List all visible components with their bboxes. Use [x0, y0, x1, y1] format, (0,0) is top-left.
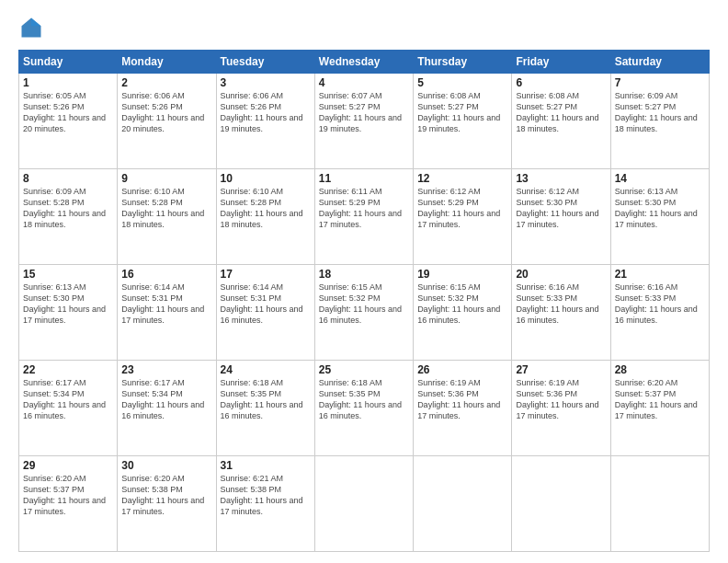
calendar-day: 24Sunrise: 6:18 AMSunset: 5:35 PMDayligh… [216, 361, 314, 456]
calendar-day: 20Sunrise: 6:16 AMSunset: 5:33 PMDayligh… [512, 265, 610, 361]
day-info: Sunrise: 6:20 AMSunset: 5:37 PMDaylight:… [615, 377, 705, 422]
day-number: 25 [319, 363, 409, 376]
day-info: Sunrise: 6:05 AMSunset: 5:26 PMDaylight:… [23, 90, 113, 135]
calendar-day: 27Sunrise: 6:19 AMSunset: 5:36 PMDayligh… [512, 361, 610, 456]
day-number: 19 [417, 268, 507, 281]
day-number: 27 [516, 363, 606, 376]
calendar-day: 23Sunrise: 6:17 AMSunset: 5:34 PMDayligh… [118, 361, 216, 456]
day-number: 8 [23, 172, 113, 185]
calendar-week-row: 1Sunrise: 6:05 AMSunset: 5:26 PMDaylight… [19, 74, 710, 169]
day-info: Sunrise: 6:17 AMSunset: 5:34 PMDaylight:… [23, 377, 113, 422]
day-number: 26 [417, 363, 507, 376]
day-info: Sunrise: 6:09 AMSunset: 5:28 PMDaylight:… [23, 186, 113, 231]
day-info: Sunrise: 6:14 AMSunset: 5:31 PMDaylight:… [221, 282, 311, 327]
day-info: Sunrise: 6:18 AMSunset: 5:35 PMDaylight:… [221, 377, 311, 422]
calendar-day: 31Sunrise: 6:21 AMSunset: 5:38 PMDayligh… [216, 456, 314, 552]
day-info: Sunrise: 6:08 AMSunset: 5:27 PMDaylight:… [516, 90, 606, 135]
calendar-table: SundayMondayTuesdayWednesdayThursdayFrid… [18, 50, 710, 552]
day-info: Sunrise: 6:20 AMSunset: 5:37 PMDaylight:… [23, 473, 113, 518]
calendar-day: 8Sunrise: 6:09 AMSunset: 5:28 PMDaylight… [19, 169, 118, 265]
calendar-day: 1Sunrise: 6:05 AMSunset: 5:26 PMDaylight… [19, 74, 118, 169]
day-info: Sunrise: 6:10 AMSunset: 5:28 PMDaylight:… [221, 186, 311, 231]
calendar-day [414, 456, 512, 552]
day-number: 1 [23, 76, 113, 89]
day-number: 12 [417, 172, 507, 185]
day-info: Sunrise: 6:15 AMSunset: 5:32 PMDaylight:… [417, 282, 507, 327]
calendar-day: 17Sunrise: 6:14 AMSunset: 5:31 PMDayligh… [216, 265, 314, 361]
col-header-sunday: Sunday [19, 51, 118, 74]
day-number: 16 [121, 268, 211, 281]
day-number: 15 [23, 268, 113, 281]
calendar-day: 25Sunrise: 6:18 AMSunset: 5:35 PMDayligh… [314, 361, 413, 456]
day-number: 4 [319, 76, 409, 89]
day-number: 6 [516, 76, 606, 89]
day-info: Sunrise: 6:19 AMSunset: 5:36 PMDaylight:… [516, 377, 606, 422]
calendar-header-row: SundayMondayTuesdayWednesdayThursdayFrid… [19, 51, 710, 74]
calendar-day: 30Sunrise: 6:20 AMSunset: 5:38 PMDayligh… [118, 456, 216, 552]
calendar-day: 10Sunrise: 6:10 AMSunset: 5:28 PMDayligh… [216, 169, 314, 265]
calendar-day: 11Sunrise: 6:11 AMSunset: 5:29 PMDayligh… [314, 169, 413, 265]
calendar-day: 15Sunrise: 6:13 AMSunset: 5:30 PMDayligh… [19, 265, 118, 361]
day-number: 9 [121, 172, 211, 185]
calendar-day: 12Sunrise: 6:12 AMSunset: 5:29 PMDayligh… [414, 169, 512, 265]
day-number: 3 [221, 76, 311, 89]
day-number: 21 [615, 268, 705, 281]
col-header-friday: Friday [512, 51, 610, 74]
day-number: 2 [121, 76, 211, 89]
day-info: Sunrise: 6:19 AMSunset: 5:36 PMDaylight:… [417, 377, 507, 422]
calendar-day: 21Sunrise: 6:16 AMSunset: 5:33 PMDayligh… [610, 265, 709, 361]
day-number: 23 [121, 363, 211, 376]
day-number: 24 [221, 363, 311, 376]
day-number: 28 [615, 363, 705, 376]
calendar-day: 2Sunrise: 6:06 AMSunset: 5:26 PMDaylight… [118, 74, 216, 169]
calendar-day: 19Sunrise: 6:15 AMSunset: 5:32 PMDayligh… [414, 265, 512, 361]
day-number: 7 [615, 76, 705, 89]
calendar-day: 26Sunrise: 6:19 AMSunset: 5:36 PMDayligh… [414, 361, 512, 456]
col-header-monday: Monday [118, 51, 216, 74]
calendar-day: 5Sunrise: 6:08 AMSunset: 5:27 PMDaylight… [414, 74, 512, 169]
day-info: Sunrise: 6:12 AMSunset: 5:29 PMDaylight:… [417, 186, 507, 231]
col-header-saturday: Saturday [610, 51, 709, 74]
day-info: Sunrise: 6:10 AMSunset: 5:28 PMDaylight:… [121, 186, 211, 231]
day-number: 29 [23, 459, 113, 472]
calendar-day: 22Sunrise: 6:17 AMSunset: 5:34 PMDayligh… [19, 361, 118, 456]
day-info: Sunrise: 6:08 AMSunset: 5:27 PMDaylight:… [417, 90, 507, 135]
day-number: 31 [221, 459, 311, 472]
day-number: 11 [319, 172, 409, 185]
day-info: Sunrise: 6:21 AMSunset: 5:38 PMDaylight:… [221, 473, 311, 518]
day-info: Sunrise: 6:12 AMSunset: 5:30 PMDaylight:… [516, 186, 606, 231]
day-info: Sunrise: 6:06 AMSunset: 5:26 PMDaylight:… [121, 90, 211, 135]
day-number: 22 [23, 363, 113, 376]
day-number: 5 [417, 76, 507, 89]
calendar-day [314, 456, 413, 552]
day-info: Sunrise: 6:07 AMSunset: 5:27 PMDaylight:… [319, 90, 409, 135]
calendar-week-row: 29Sunrise: 6:20 AMSunset: 5:37 PMDayligh… [19, 456, 710, 552]
logo-icon [18, 15, 44, 40]
calendar-day: 9Sunrise: 6:10 AMSunset: 5:28 PMDaylight… [118, 169, 216, 265]
day-info: Sunrise: 6:17 AMSunset: 5:34 PMDaylight:… [121, 377, 211, 422]
calendar-week-row: 8Sunrise: 6:09 AMSunset: 5:28 PMDaylight… [19, 169, 710, 265]
day-number: 14 [615, 172, 705, 185]
day-number: 10 [221, 172, 311, 185]
col-header-tuesday: Tuesday [216, 51, 314, 74]
page: SundayMondayTuesdayWednesdayThursdayFrid… [0, 0, 728, 563]
day-number: 18 [319, 268, 409, 281]
logo [18, 15, 48, 40]
calendar-day: 16Sunrise: 6:14 AMSunset: 5:31 PMDayligh… [118, 265, 216, 361]
col-header-thursday: Thursday [414, 51, 512, 74]
calendar-day: 18Sunrise: 6:15 AMSunset: 5:32 PMDayligh… [314, 265, 413, 361]
day-info: Sunrise: 6:11 AMSunset: 5:29 PMDaylight:… [319, 186, 409, 231]
calendar-day: 3Sunrise: 6:06 AMSunset: 5:26 PMDaylight… [216, 74, 314, 169]
header [18, 15, 710, 40]
calendar-week-row: 15Sunrise: 6:13 AMSunset: 5:30 PMDayligh… [19, 265, 710, 361]
day-info: Sunrise: 6:06 AMSunset: 5:26 PMDaylight:… [221, 90, 311, 135]
day-number: 20 [516, 268, 606, 281]
col-header-wednesday: Wednesday [314, 51, 413, 74]
day-info: Sunrise: 6:18 AMSunset: 5:35 PMDaylight:… [319, 377, 409, 422]
calendar-day: 13Sunrise: 6:12 AMSunset: 5:30 PMDayligh… [512, 169, 610, 265]
day-number: 13 [516, 172, 606, 185]
calendar-day: 6Sunrise: 6:08 AMSunset: 5:27 PMDaylight… [512, 74, 610, 169]
calendar-day [512, 456, 610, 552]
svg-marker-1 [31, 18, 41, 27]
day-info: Sunrise: 6:20 AMSunset: 5:38 PMDaylight:… [121, 473, 211, 518]
